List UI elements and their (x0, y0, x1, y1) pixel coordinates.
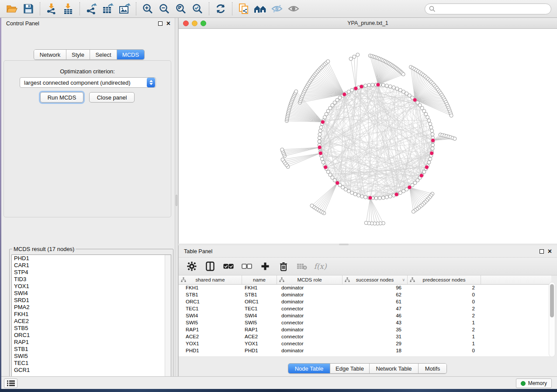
memory-button[interactable]: Memory (516, 378, 552, 388)
refresh-layout-button[interactable] (212, 1, 229, 16)
table-cell: dominator (277, 313, 343, 320)
show-all-button[interactable] (285, 1, 302, 16)
share-document-button[interactable] (235, 1, 252, 16)
mcds-result-item[interactable]: RAP1 (12, 339, 171, 346)
table-row[interactable]: FKH1FKH1dominator962 (179, 285, 551, 292)
table-row[interactable]: ORC1ORC1dominator610 (179, 299, 551, 306)
mcds-result-list[interactable]: PHD1CAR1STP4TID3YOX1SWI4SRD1PMA2FKH1ACE2… (11, 254, 171, 392)
table-cell: dominator (277, 292, 343, 299)
sort-chevron-icon[interactable]: ∨ (402, 278, 405, 282)
table-cell: 47 (343, 306, 408, 313)
column-header-successor-nodes[interactable]: successor nodes∨ (343, 275, 408, 284)
mcds-result-item[interactable]: ORC1 (12, 332, 171, 339)
optimization-criterion-select[interactable]: largest connected component (undirected) (20, 77, 156, 88)
table-cell: 29 (343, 340, 408, 347)
mcds-result-item[interactable]: ACE2 (12, 318, 171, 325)
mcds-result-item[interactable]: SWI4 (12, 290, 171, 297)
table-cell: 96 (343, 285, 408, 292)
status-menu-button[interactable] (4, 378, 17, 388)
import-network-button[interactable] (43, 1, 60, 16)
table-cell: SWI4 (179, 313, 242, 320)
run-mcds-button[interactable]: Run MCDS (40, 92, 83, 103)
table-row[interactable]: TEC1TEC1connector472 (179, 306, 551, 313)
tab-network-table[interactable]: Network Table (370, 364, 419, 373)
search-field[interactable] (425, 3, 551, 14)
column-header-MCDS-role[interactable]: MCDS role (277, 275, 343, 284)
delete-columns-button[interactable] (277, 260, 290, 272)
show-columns-button[interactable] (204, 260, 216, 272)
close-panel-icon[interactable]: × (548, 249, 552, 254)
table-cell: 2 (408, 306, 481, 313)
zoom-in-button[interactable] (139, 1, 156, 16)
search-icon (429, 6, 436, 12)
hide-selected-button[interactable] (269, 1, 285, 16)
zoom-selected-button[interactable] (189, 1, 206, 16)
mcds-result-item[interactable]: CAR1 (12, 262, 171, 269)
table-cell: dominator (277, 299, 343, 306)
open-folder-icon (6, 3, 18, 14)
select-all-columns-button[interactable] (222, 260, 235, 272)
tab-network[interactable]: Network (34, 50, 66, 59)
column-header-name[interactable]: name (242, 275, 277, 284)
status-bar: Memory (0, 376, 557, 389)
close-panel-icon[interactable]: × (166, 21, 170, 26)
mcds-result-item[interactable]: SRD1 (12, 297, 171, 304)
close-panel-button[interactable]: Close panel (89, 92, 135, 103)
table-scrollbar[interactable] (549, 282, 555, 357)
mcds-result-item[interactable]: PMA2 (12, 304, 171, 311)
table-row[interactable]: STB1STB1dominator620 (179, 292, 551, 299)
network-window-titlebar[interactable]: YPA_prune.txt_1 (179, 18, 557, 29)
checked-boxes-icon (223, 263, 234, 269)
export-table-button[interactable] (100, 1, 116, 16)
create-column-button[interactable] (259, 260, 271, 272)
table-settings-button[interactable] (186, 260, 198, 272)
mcds-result-item[interactable]: PHD1 (12, 255, 171, 262)
table-cell: 1 (408, 340, 481, 347)
tab-mcds[interactable]: MCDS (117, 50, 144, 59)
save-session-button[interactable] (20, 1, 37, 16)
network-canvas[interactable] (179, 29, 557, 243)
unselect-all-columns-button[interactable] (241, 260, 253, 272)
table-row[interactable]: RAP1RAP1dominator352 (179, 327, 551, 334)
export-network-button[interactable] (83, 1, 100, 16)
column-header-predecessor-nodes[interactable]: predecessor nodes (408, 275, 481, 284)
table-row[interactable]: PHD1PHD1dominator180 (179, 347, 551, 354)
main-toolbar (0, 0, 557, 18)
tab-style[interactable]: Style (66, 50, 90, 59)
import-table-icon (62, 3, 74, 14)
mcds-list-scrollbar[interactable] (165, 255, 171, 392)
table-cell: SWI4 (242, 313, 277, 320)
mcds-result-item[interactable]: STB5 (12, 325, 171, 332)
table-cell: FKH1 (242, 285, 277, 292)
mcds-result-item[interactable]: FKH1 (12, 311, 171, 318)
vertical-splitter[interactable] (175, 18, 178, 376)
attribute-tree-icon (181, 277, 186, 282)
toolbar-separator (80, 2, 80, 15)
table-row[interactable]: SWI5SWI5connector431 (179, 320, 551, 327)
float-panel-icon[interactable] (540, 249, 544, 254)
table-row[interactable]: SWI4SWI4dominator462 (179, 313, 551, 320)
zoom-out-button[interactable] (156, 1, 173, 16)
mcds-result-item[interactable]: STB1 (12, 346, 171, 353)
first-neighbors-button[interactable] (252, 1, 269, 16)
mcds-result-item[interactable]: GCR1 (12, 367, 171, 374)
tab-edge-table[interactable]: Edge Table (330, 364, 370, 373)
table-row[interactable]: YOX1YOX1connector291 (179, 340, 551, 347)
mcds-result-item[interactable]: STP4 (12, 269, 171, 276)
search-input[interactable] (436, 6, 551, 12)
column-header-shared-name[interactable]: shared name (179, 275, 242, 284)
tab-select[interactable]: Select (90, 50, 117, 59)
table-row[interactable]: ACE2ACE2connector311 (179, 334, 551, 340)
tab-node-table[interactable]: Node Table (288, 364, 330, 373)
zoom-fit-button[interactable] (173, 1, 189, 16)
float-panel-icon[interactable] (158, 21, 163, 26)
import-table-button[interactable] (60, 1, 76, 16)
tab-motifs[interactable]: Motifs (419, 364, 446, 373)
export-image-button[interactable] (116, 1, 133, 16)
mcds-result-item[interactable]: SWI5 (12, 353, 171, 360)
mcds-result-item[interactable]: YOX1 (12, 283, 171, 290)
mcds-result-item[interactable]: TID3 (12, 276, 171, 283)
open-file-button[interactable] (3, 1, 20, 16)
mcds-result-item[interactable]: TEC1 (12, 360, 171, 367)
table-cell: TEC1 (179, 306, 242, 313)
